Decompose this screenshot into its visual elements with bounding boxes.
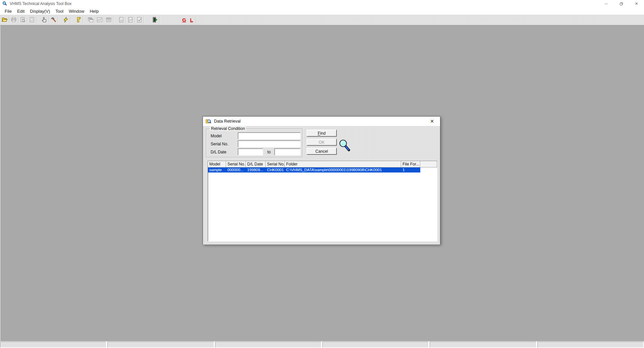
report-page-icon[interactable] [28, 16, 36, 23]
printer-icon[interactable] [10, 16, 17, 23]
status-pane [107, 342, 214, 348]
chart-image-icon[interactable] [96, 16, 103, 23]
column-header-file-format[interactable]: File For... [401, 161, 420, 167]
exit-door-icon[interactable] [151, 16, 159, 23]
cell-dl-date: 199809... [246, 167, 266, 172]
column-header-dl-date[interactable]: D/L Date [246, 161, 266, 167]
notebook-check-icon[interactable] [136, 16, 143, 23]
dialog-body: Retrieval Condition Model Serial No. D/L… [203, 126, 440, 245]
dl-date-label: D/L Date [211, 150, 226, 154]
data-retrieval-dialog: Data Retrieval ✕ Retrieval Condition Mod… [203, 116, 440, 245]
column-header-serial-no-2[interactable]: Serial No. [266, 161, 285, 167]
folding-ruler-icon[interactable] [74, 16, 82, 23]
model-input[interactable] [238, 132, 301, 139]
window-title: VHMS Technical Analysis Tool Box [10, 1, 71, 6]
dl-date-from-input[interactable] [238, 148, 263, 155]
dialog-title-bar[interactable]: Data Retrieval ✕ [203, 117, 440, 126]
restore-icon [620, 2, 623, 5]
cancel-button[interactable]: Cancel [307, 148, 337, 155]
menu-help[interactable]: Help [87, 8, 101, 14]
ok-button[interactable]: OK [307, 139, 337, 146]
status-pane [0, 342, 106, 348]
notebook-bar-chart-icon[interactable] [117, 16, 125, 23]
folder-search-icon [206, 119, 212, 124]
to-label: to [267, 150, 271, 154]
status-bar [0, 341, 644, 348]
cascade-windows-icon[interactable] [87, 16, 94, 23]
status-pane [537, 342, 644, 348]
menu-edit[interactable]: Edit [14, 8, 27, 14]
title-bar: VHMS Technical Analysis Tool Box ─ ✕ [0, 0, 644, 7]
model-label: Model [211, 134, 222, 138]
menu-display[interactable]: Display(V) [27, 8, 53, 14]
status-pane [215, 342, 321, 348]
print-preview-icon[interactable] [19, 16, 26, 23]
cell-file-format: 1 [401, 167, 420, 172]
column-header-folder[interactable]: Folder [285, 161, 401, 167]
cell-folder: C:\VHMS_DATA\sample\00000001\19980908\CH… [285, 167, 401, 172]
hand-pointer-icon[interactable] [41, 16, 48, 23]
window-controls: ─ ✕ [599, 0, 644, 7]
results-listview: Model Serial No. D/L Date Serial No. Fol… [208, 161, 437, 241]
menu-bar: File Edit Display(V) Tool Window Help [0, 7, 644, 15]
column-header-filler [420, 161, 437, 167]
column-header-model[interactable]: Model [208, 161, 226, 167]
serial-no-label: Serial No. [211, 142, 228, 146]
app-magnifier-icon [2, 1, 7, 6]
find-button[interactable]: Find [307, 130, 337, 137]
status-pane [430, 342, 536, 348]
dialog-title: Data Retrieval [214, 119, 240, 124]
column-header-serial-no[interactable]: Serial No. [226, 161, 246, 167]
menu-tool[interactable]: Tool [53, 8, 66, 14]
menu-file[interactable]: File [2, 8, 14, 14]
minimize-button[interactable]: ─ [599, 0, 614, 7]
status-pane [322, 342, 429, 348]
open-folder-icon[interactable] [1, 16, 8, 23]
groupbox-title: Retrieval Condition [210, 126, 246, 131]
notebook-line-chart-icon[interactable] [126, 16, 134, 23]
listview-header: Model Serial No. D/L Date Serial No. Fol… [208, 161, 437, 167]
close-button[interactable]: ✕ [629, 0, 644, 7]
g-button[interactable]: G [180, 16, 188, 24]
menu-window[interactable]: Window [66, 8, 87, 14]
app-window: VHMS Technical Analysis Tool Box ─ ✕ Fil… [0, 0, 644, 348]
toolbar: G L [0, 15, 644, 25]
hammer-icon[interactable] [50, 16, 57, 23]
cell-model: sample [208, 167, 226, 172]
serial-no-input[interactable] [238, 140, 301, 147]
lightning-bolt-icon[interactable] [62, 16, 69, 23]
cell-serial-no-2: CHK0001 [266, 167, 285, 172]
dl-date-to-input[interactable] [274, 148, 301, 155]
table-row[interactable]: sample 000000... 199809... CHK0001 C:\VH… [208, 167, 420, 172]
restore-button[interactable] [614, 0, 629, 7]
data-grid-icon[interactable] [105, 16, 112, 23]
dialog-close-icon[interactable]: ✕ [427, 117, 437, 126]
magnifier-cursor-icon [338, 139, 351, 152]
cell-serial-no: 000000... [226, 167, 246, 172]
l-button[interactable]: L [188, 16, 195, 24]
